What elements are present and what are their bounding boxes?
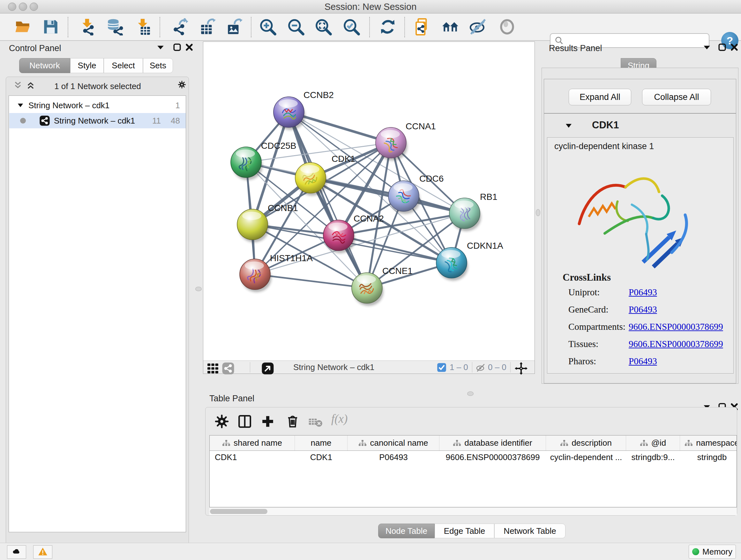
cloud-status-button[interactable] — [7, 545, 26, 559]
column-header--id[interactable]: @id — [626, 435, 680, 450]
collection-count: 1 — [176, 101, 180, 111]
network-node-CDKN1A[interactable]: CDKN1A — [436, 241, 503, 281]
gene-name: CDK1 — [592, 119, 619, 131]
network-node-CCNE1[interactable]: CCNE1 — [352, 266, 413, 306]
warnings-button[interactable] — [33, 545, 52, 559]
network-panel-options-button[interactable] — [177, 80, 187, 90]
toolbar-separator — [369, 17, 370, 37]
scrollbar-thumb[interactable] — [210, 509, 267, 514]
tab-style[interactable]: Style — [70, 58, 104, 73]
zoom-out-button[interactable] — [286, 18, 305, 37]
network-node-CDC25B[interactable]: CDC25B — [231, 141, 296, 180]
detach-arrow-icon — [261, 362, 274, 375]
grid-view-button[interactable] — [206, 362, 219, 373]
tab-select[interactable]: Select — [104, 58, 143, 73]
import-network-from-database-button[interactable] — [105, 18, 124, 37]
open-session-button[interactable] — [14, 18, 32, 37]
delete-table-button[interactable] — [308, 414, 323, 428]
crosslink-link[interactable]: 9606.ENSP00000378699 — [629, 321, 723, 332]
save-session-button[interactable] — [42, 18, 60, 37]
crosslink-link[interactable]: P06493 — [629, 304, 657, 315]
network-node-CCNA1[interactable]: CCNA1 — [376, 121, 436, 161]
open-folder-icon — [16, 21, 29, 26]
close-icon — [732, 44, 737, 50]
edge-HIST1H1A-CCNE1[interactable] — [255, 274, 367, 288]
first-neighbors-button[interactable] — [414, 18, 433, 37]
tab-edge-table[interactable]: Edge Table — [434, 523, 494, 538]
results-panel-menu-button[interactable] — [702, 43, 712, 52]
left-splitter-handle[interactable] — [195, 287, 202, 291]
tab-network[interactable]: Network — [19, 58, 70, 73]
tab-sets[interactable]: Sets — [143, 58, 173, 73]
add-column-button[interactable] — [260, 414, 275, 428]
column-header-shared-name[interactable]: shared name — [210, 435, 295, 450]
table-cell: 9606.ENSP00000378699 — [440, 452, 546, 462]
home-button[interactable] — [441, 18, 460, 37]
table-row[interactable]: CDK1CDK1P064939606.ENSP00000378699cyclin… — [210, 451, 737, 463]
edge-CCNB2-RB1[interactable] — [289, 112, 465, 213]
expander-icon[interactable] — [17, 102, 24, 109]
network-row-selected[interactable]: String Network – cdk1 11 48 — [9, 113, 186, 128]
network-node-CCNB1[interactable]: CCNB1 — [237, 203, 298, 242]
control-panel-float-button[interactable] — [172, 43, 182, 52]
table-horizontal-scrollbar[interactable] — [209, 507, 737, 515]
results-panel-close-button[interactable] — [730, 43, 739, 52]
delete-column-button[interactable] — [285, 414, 300, 428]
column-header-database-identifier[interactable]: database identifier — [440, 435, 546, 450]
zoom-fit-button[interactable] — [314, 18, 333, 37]
column-header-canonical-name[interactable]: canonical name — [347, 435, 440, 450]
zoom-in-button[interactable] — [259, 18, 277, 37]
column-header-description[interactable]: description — [546, 435, 626, 450]
memory-button[interactable]: Memory — [689, 545, 736, 559]
control-panel-menu-button[interactable] — [156, 43, 165, 52]
section-expander-icon[interactable] — [565, 122, 572, 130]
crosslink-link[interactable]: 9606.ENSP00000378699 — [629, 339, 723, 349]
network-collection-row[interactable]: String Network – cdk1 1 — [9, 98, 186, 113]
show-all-button[interactable] — [498, 18, 516, 37]
export-network-button[interactable] — [171, 18, 190, 37]
zoom-selected-button[interactable] — [342, 18, 360, 37]
crosslink-label: Compartments: — [568, 321, 625, 332]
separator — [510, 362, 511, 373]
refresh-view-button[interactable] — [379, 18, 397, 37]
crosslink-link[interactable]: P06493 — [629, 287, 657, 298]
network-node-HIST1H1A[interactable]: HIST1H1A — [240, 253, 313, 292]
birdseye-view-button[interactable] — [261, 362, 274, 373]
tab-network-table[interactable]: Network Table — [494, 523, 565, 538]
column-header-namespace[interactable]: namespace — [680, 435, 737, 450]
node-gloss — [441, 250, 461, 258]
selected-checkbox-icon[interactable] — [437, 363, 447, 372]
export-arrow-icon — [208, 19, 214, 24]
network-view-mode-button[interactable] — [222, 362, 234, 373]
import-table-from-file-button[interactable] — [133, 18, 152, 37]
node-label-CDK1: CDK1 — [332, 154, 355, 164]
collapse-all-button[interactable]: Collapse All — [642, 89, 711, 105]
pan-crosshair-button[interactable] — [515, 362, 528, 373]
export-table-button[interactable] — [199, 18, 217, 37]
network-node-RB1[interactable]: RB1 — [449, 192, 497, 231]
expand-all-button[interactable]: Expand All — [569, 89, 631, 105]
column-header-name[interactable]: name — [295, 435, 347, 450]
tab-node-table[interactable]: Node Table — [378, 523, 434, 538]
network-node-CDC6[interactable]: CDC6 — [388, 174, 444, 214]
table-body: CDK1CDK1P064939606.ENSP00000378699cyclin… — [210, 451, 737, 463]
network-node-count: 11 — [152, 116, 161, 126]
crosslink-link[interactable]: P06493 — [629, 356, 657, 367]
split-columns-button[interactable] — [238, 414, 252, 428]
results-panel-float-button[interactable] — [718, 43, 727, 52]
float-window-icon — [719, 44, 725, 51]
import-network-from-file-button[interactable] — [78, 18, 97, 37]
network-share-icon — [83, 25, 93, 35]
function-builder-button[interactable]: f(x) — [331, 412, 360, 426]
shared-column-icon — [453, 440, 461, 446]
control-panel-close-button[interactable] — [185, 43, 194, 52]
hidden-eye-slash-icon[interactable] — [476, 363, 485, 373]
table-settings-button[interactable] — [214, 414, 229, 428]
export-image-button[interactable] — [225, 18, 244, 37]
node-label-CCNA2: CCNA2 — [354, 213, 384, 224]
hide-selected-button[interactable] — [468, 18, 487, 37]
network-canvas[interactable]: CCNB2CCNA1CDC25BCDK1CDC6RB1CCNB1CCNA2CDK… — [203, 42, 535, 361]
toolbar-separator — [68, 17, 68, 37]
node-gloss — [357, 275, 376, 284]
table-cell: CDK1 — [295, 452, 347, 462]
